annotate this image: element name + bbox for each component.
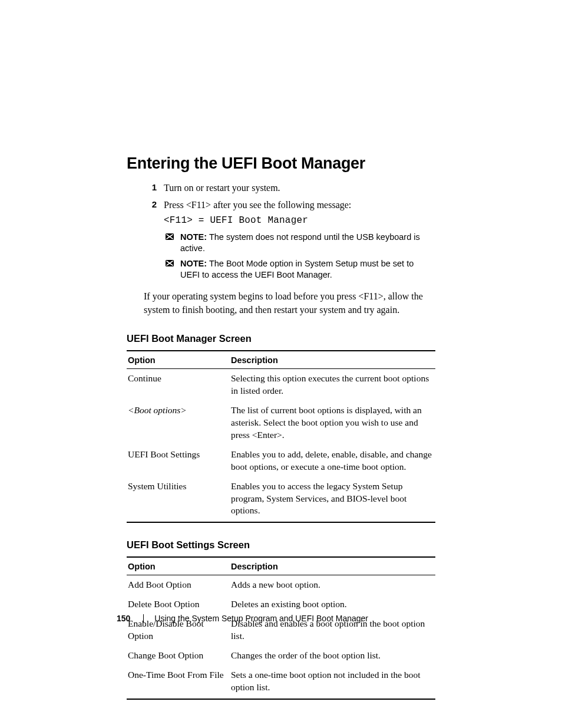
option-cell: Change Boot Option (127, 646, 230, 666)
chapter-title: Using the System Setup Program and UEFI … (154, 614, 368, 623)
page-title: Entering the UEFI Boot Manager (127, 154, 435, 173)
uefi-boot-manager-table: Option Description Continue Selecting th… (127, 350, 435, 523)
steps-list: 1 Turn on or restart your system. 2 Pres… (144, 181, 435, 285)
description-cell: Enables you to access the legacy System … (230, 477, 435, 523)
note-label: NOTE: (180, 259, 207, 268)
step-number: 1 (144, 181, 164, 195)
description-cell: Enables you to add, delete, enable, disa… (230, 445, 435, 477)
description-cell: The list of current boot options is disp… (230, 401, 435, 445)
step-body: Press <F11> after you see the following … (164, 198, 435, 285)
note-text: NOTE: The Boot Mode option in System Set… (180, 258, 435, 281)
column-header-option: Option (127, 351, 230, 369)
step-item: 1 Turn on or restart your system. (144, 181, 435, 195)
code-line: <F11> = UEFI Boot Manager (164, 214, 435, 228)
table-heading: UEFI Boot Manager Screen (127, 333, 435, 344)
note-text: NOTE: The system does not respond until … (180, 232, 435, 255)
option-cell: Add Boot Option (127, 575, 230, 595)
page-footer: 150 Using the System Setup Program and U… (117, 614, 368, 623)
note-body: The Boot Mode option in System Setup mus… (180, 259, 414, 280)
table-row: Delete Boot Option Deletes an existing b… (127, 595, 435, 614)
option-cell: One-Time Boot From File (127, 666, 230, 699)
description-cell: Adds a new boot option. (230, 575, 435, 595)
option-cell: <Boot options> (127, 401, 230, 445)
column-header-description: Description (230, 557, 435, 575)
column-header-option: Option (127, 557, 230, 575)
step-text: Press <F11> after you see the following … (164, 198, 435, 212)
step-number: 2 (144, 198, 164, 285)
column-header-description: Description (230, 351, 435, 369)
note-label: NOTE: (180, 232, 207, 242)
table-row: UEFI Boot Settings Enables you to add, d… (127, 445, 435, 477)
table-row: System Utilities Enables you to access t… (127, 477, 435, 523)
table-heading: UEFI Boot Settings Screen (127, 539, 435, 551)
step-item: 2 Press <F11> after you see the followin… (144, 198, 435, 285)
note-icon (164, 231, 176, 243)
table-row: Add Boot Option Adds a new boot option. (127, 575, 435, 595)
description-cell: Sets a one-time boot option not included… (230, 666, 435, 699)
note-body: The system does not respond until the US… (180, 232, 420, 253)
note-block: NOTE: The Boot Mode option in System Set… (164, 258, 435, 281)
option-cell: UEFI Boot Settings (127, 445, 230, 477)
option-cell: Delete Boot Option (127, 595, 230, 614)
uefi-boot-settings-table: Option Description Add Boot Option Adds … (127, 556, 435, 699)
table-row: <Boot options> The list of current boot … (127, 401, 435, 445)
note-icon (164, 258, 176, 269)
note-block: NOTE: The system does not respond until … (164, 232, 435, 255)
option-cell: Continue (127, 369, 230, 401)
description-cell: Selecting this option executes the curre… (230, 369, 435, 401)
option-cell: System Utilities (127, 477, 230, 523)
step-text: Turn on or restart your system. (164, 181, 435, 195)
paragraph: If your operating system begins to load … (144, 289, 435, 317)
description-cell: Deletes an existing boot option. (230, 595, 435, 614)
table-row: One-Time Boot From File Sets a one-time … (127, 666, 435, 699)
description-cell: Changes the order of the boot option lis… (230, 646, 435, 666)
table-row: Continue Selecting this option executes … (127, 369, 435, 401)
footer-divider (143, 614, 144, 622)
table-row: Change Boot Option Changes the order of … (127, 646, 435, 666)
page-number: 150 (117, 614, 130, 623)
